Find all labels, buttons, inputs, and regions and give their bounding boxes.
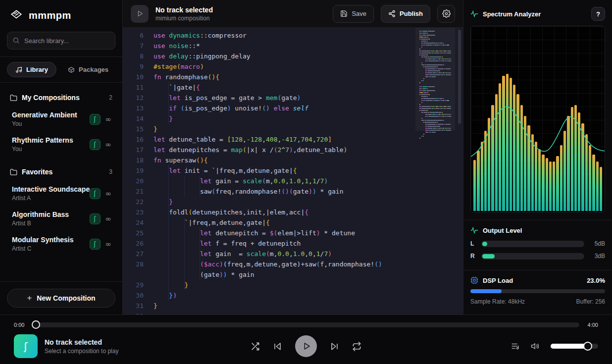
code-line[interactable]: 16let detune_table = [128,-128,408,-417,…: [123, 134, 463, 145]
line-number: 30: [123, 290, 144, 301]
search-icon: [12, 37, 20, 44]
composition-item[interactable]: Algorithmic BassArtist Bʃ∞: [7, 206, 115, 231]
save-label: Save: [352, 10, 366, 17]
channel-label: R: [470, 253, 476, 260]
line-number: 24: [123, 217, 144, 228]
line-number: 28: [123, 259, 144, 269]
code-editor[interactable]: 6use dynamics::compressor7use noise::*8u…: [123, 28, 463, 314]
code-line[interactable]: 6use dynamics::compressor: [123, 30, 463, 41]
skip-forward-icon: [330, 342, 339, 351]
shuffle-button[interactable]: [251, 342, 260, 351]
settings-button[interactable]: [437, 5, 455, 23]
line-number: 16: [123, 134, 144, 145]
previous-button[interactable]: [273, 342, 282, 351]
code-line[interactable]: 26let f = freq + detunepitch: [123, 238, 463, 249]
composition-title: Interactive Soundscape: [12, 185, 90, 193]
code-line[interactable]: 11`|gate|{: [123, 82, 463, 93]
level-fill: [482, 254, 495, 259]
section-header: My Compositions2: [7, 90, 115, 106]
seek-track[interactable]: [33, 322, 579, 327]
volume-button[interactable]: [531, 342, 540, 351]
spectrum-title: Spectrum Analyzer: [483, 10, 587, 18]
play-button[interactable]: [295, 335, 317, 357]
new-composition-button[interactable]: + New Composition: [7, 289, 115, 308]
search-input[interactable]: [7, 32, 115, 50]
package-icon: [68, 66, 75, 73]
code-line[interactable]: 24`|freq,m,detune,gate|{: [123, 217, 463, 228]
code-line[interactable]: 13if (is_pos_edge) unoise!() else self: [123, 103, 463, 113]
spectrum-curve: [471, 26, 605, 212]
composition-artist: Artist C: [12, 245, 90, 252]
code-line[interactable]: 28($acc)(freq,m,detune,gate)+saw(f,rando…: [123, 259, 463, 269]
code-line[interactable]: 32: [123, 311, 463, 314]
code-line[interactable]: 7use noise::*: [123, 41, 463, 51]
code-line[interactable]: 15}: [123, 124, 463, 134]
sidebar-sections: My Compositions2Generative AmbientYouʃ∞R…: [0, 83, 122, 281]
level-value: 3dB: [589, 253, 605, 260]
code-line[interactable]: 29}: [123, 280, 463, 290]
dsp-load-value: 23.0%: [587, 277, 605, 284]
publish-button[interactable]: Publish: [381, 5, 430, 23]
folder-icon: [10, 94, 17, 102]
code-line[interactable]: 14}: [123, 113, 463, 124]
code-line[interactable]: 22}: [123, 197, 463, 207]
tab-packages[interactable]: Packages: [59, 62, 117, 77]
track-art: ʃ: [14, 334, 38, 358]
line-number: 6: [123, 30, 144, 41]
line-number: 15: [123, 124, 144, 134]
repeat-button[interactable]: [352, 342, 361, 351]
publish-label: Publish: [400, 10, 423, 17]
line-number: 25: [123, 228, 144, 238]
track-heading: No track selected mimium composition: [155, 6, 326, 22]
volume-slider[interactable]: [551, 344, 598, 349]
code-line[interactable]: 27let gain = scale(m,0.0,1.0,0,1/7): [123, 249, 463, 259]
sidebar: mmmpm Library Packages My Compositions2G…: [0, 0, 123, 314]
code-line[interactable]: 21saw(freq,randomphase!()(gate)) * gain: [123, 186, 463, 197]
seek-knob[interactable]: [32, 320, 40, 329]
code-line[interactable]: 9#stage(macro): [123, 61, 463, 72]
volume-knob[interactable]: [583, 342, 592, 351]
next-button[interactable]: [330, 342, 339, 351]
help-button[interactable]: ?: [591, 7, 605, 21]
buffer-label: Buffer: 256: [576, 298, 606, 305]
code-line[interactable]: 31}: [123, 301, 463, 311]
queue-button[interactable]: [511, 342, 520, 351]
composition-title: Algorithmic Bass: [12, 210, 90, 218]
transport-controls: [251, 335, 361, 357]
minimap[interactable]: [419, 31, 451, 142]
code-line[interactable]: 20let gain = scale(m,0.0,1.0,1,1/7): [123, 176, 463, 186]
line-number: 7: [123, 41, 144, 51]
save-button[interactable]: Save: [333, 5, 374, 23]
composition-item[interactable]: Modular SynthesisArtist Cʃ∞: [7, 231, 115, 257]
header-play-button[interactable]: [131, 5, 149, 23]
code-line[interactable]: 23foldl(detunepitches,init,|elem,acc|{: [123, 207, 463, 217]
folder-icon: [10, 168, 17, 176]
mimium-badge-icon: ʃ: [90, 139, 101, 150]
shuffle-icon: [251, 342, 260, 351]
mimium-badge-icon: ʃ: [90, 114, 101, 125]
line-number: 23: [123, 207, 144, 217]
code-lines: 6use dynamics::compressor7use noise::*8u…: [123, 28, 463, 314]
code-line[interactable]: 19let init = `|freq,m,detune,gate|{: [123, 165, 463, 176]
composition-artist: You: [12, 146, 90, 153]
code-line[interactable]: 8use delay::pingpong_delay: [123, 51, 463, 61]
tab-library[interactable]: Library: [7, 62, 56, 77]
code-line[interactable]: 12let is_pos_edge = gate > mem(gate): [123, 93, 463, 103]
editor-scrollbar[interactable]: [458, 30, 461, 124]
line-number: 10: [123, 72, 144, 82]
composition-item[interactable]: Rhythmic PatternsYouʃ∞: [7, 132, 115, 157]
section-header: Favorites3: [7, 164, 115, 181]
section-count: 2: [109, 94, 112, 101]
line-number: 31: [123, 301, 144, 311]
code-line[interactable]: 30}): [123, 290, 463, 301]
level-track: [481, 253, 584, 260]
composition-item[interactable]: Interactive SoundscapeArtist Aʃ∞: [7, 181, 115, 206]
code-line[interactable]: 18fn supersaw(){: [123, 155, 463, 165]
infinity-icon: ∞: [105, 214, 112, 223]
code-line[interactable]: 25let detunepitch = $(elem|>lift) * detu…: [123, 228, 463, 238]
elapsed-time: 0:00: [14, 322, 28, 328]
composition-item[interactable]: Generative AmbientYouʃ∞: [7, 106, 115, 132]
code-line[interactable]: 17let detunepitches = map(|x| x /(2^7),d…: [123, 145, 463, 155]
code-line[interactable]: 10fn randomphase(){: [123, 72, 463, 82]
code-line[interactable]: (gate)) * gain: [123, 269, 463, 280]
